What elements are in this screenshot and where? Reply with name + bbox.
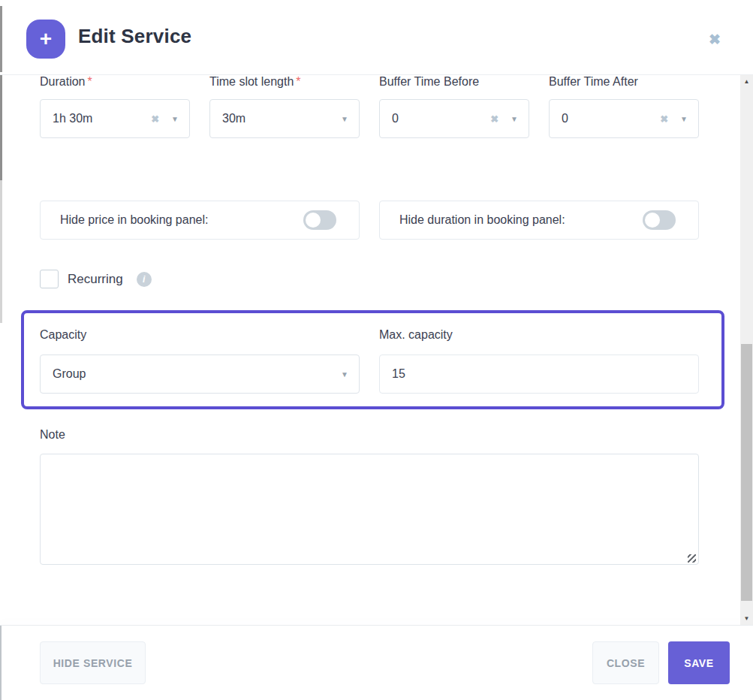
clear-icon[interactable]: ✖ [151,113,159,125]
chevron-down-icon[interactable]: ▼ [171,115,179,123]
scrollbar-thumb[interactable] [741,344,752,601]
required-asterisk: * [87,75,92,89]
duration-value: 1h 30m [53,112,151,125]
hide-price-toggle[interactable] [303,210,336,230]
time-slot-select[interactable]: 30m ▼ [209,99,360,138]
clear-icon[interactable]: ✖ [490,113,498,125]
buffer-after-value: 0 [562,112,660,125]
recurring-checkbox[interactable] [40,270,59,288]
info-icon[interactable]: i [137,272,152,287]
chevron-down-icon[interactable]: ▼ [341,115,348,123]
buffer-after-label: Buffer Time After [549,74,699,90]
toggle-knob [306,213,321,228]
time-slot-value: 30m [222,112,341,125]
recurring-row: Recurring i [40,270,152,288]
hide-service-button[interactable]: HIDE SERVICE [40,641,146,684]
max-capacity-input[interactable] [379,355,699,394]
page-edge-line [0,75,2,180]
time-slot-label: Time slot length * [209,74,360,90]
buffer-before-select[interactable]: 0 ✖ ▼ [379,99,529,138]
page-edge-line [0,180,2,323]
close-icon[interactable]: ✖ [704,29,725,50]
note-textarea[interactable] [40,454,699,565]
buffer-before-value: 0 [392,112,490,125]
hide-duration-card: Hide duration in booking panel: [379,201,699,240]
scrollbar[interactable]: ▲ ▼ [740,75,753,625]
close-button[interactable]: CLOSE [592,641,659,684]
save-button[interactable]: SAVE [668,641,730,684]
chevron-down-icon[interactable]: ▼ [511,115,518,123]
buffer-before-label: Buffer Time Before [379,74,529,90]
toggle-knob [645,213,660,228]
capacity-value: Group [53,367,341,381]
hide-duration-toggle[interactable] [643,210,676,230]
capacity-label: Capacity [40,328,86,342]
plus-icon: + [26,20,65,59]
chevron-down-icon[interactable]: ▼ [341,370,348,379]
page-title: Edit Service [78,25,191,48]
scroll-down-icon[interactable]: ▼ [740,612,753,625]
chevron-down-icon[interactable]: ▼ [680,115,688,123]
clear-icon[interactable]: ✖ [660,113,668,125]
hide-price-label: Hide price in booking panel: [60,213,208,227]
page-edge-line [0,626,2,700]
required-asterisk: * [296,75,300,89]
hide-price-card: Hide price in booking panel: [40,201,360,240]
max-capacity-label: Max. capacity [379,328,453,342]
scroll-up-icon[interactable]: ▲ [740,75,753,88]
footer-divider [0,625,753,626]
recurring-label: Recurring [68,272,123,287]
duration-select[interactable]: 1h 30m ✖ ▼ [40,99,190,138]
page-edge-line [0,6,2,72]
hide-duration-label: Hide duration in booking panel: [399,213,565,227]
note-label: Note [40,428,65,442]
capacity-select[interactable]: Group ▼ [40,355,360,394]
duration-label: Duration * [40,74,190,90]
buffer-after-select[interactable]: 0 ✖ ▼ [549,99,699,138]
plus-glyph: + [40,27,52,51]
